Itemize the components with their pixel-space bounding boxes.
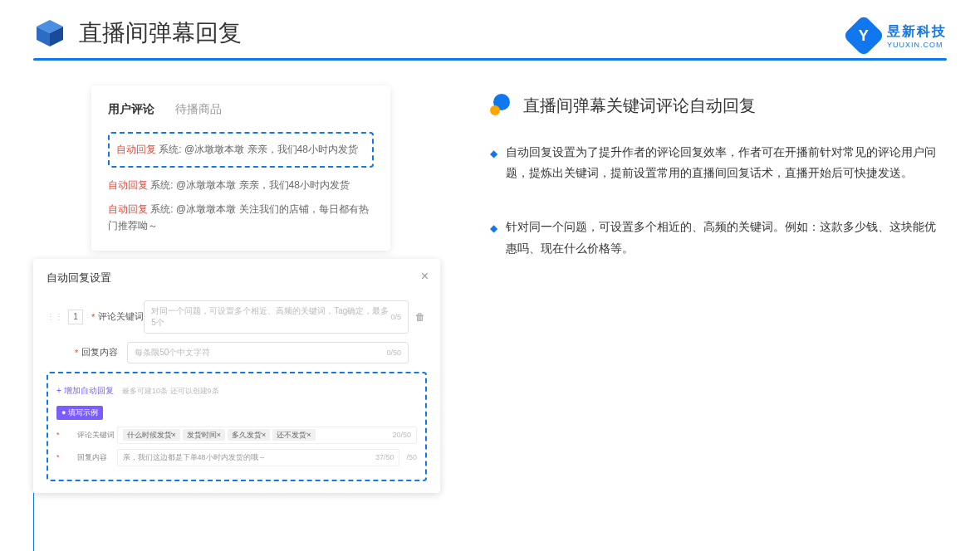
tab-comments[interactable]: 用户评论 <box>108 102 154 117</box>
keyword-input[interactable]: 对同一个问题，可设置多个相近、高频的关键词，Tag确定，最多5个0/5 <box>144 300 409 334</box>
comments-panel: 用户评论 待播商品 自动回复 系统: @冰墩墩本墩 亲亲，我们48小时内发货 自… <box>91 85 390 251</box>
comment-item: 自动回复 系统: @冰墩墩本墩 亲亲，我们48小时内发货 <box>108 178 374 193</box>
delete-icon[interactable]: 🗑 <box>415 311 427 323</box>
content-label: 回复内容 <box>81 346 127 358</box>
add-reply-link[interactable]: + 增加自动回复 <box>56 386 114 395</box>
diamond-icon: ◆ <box>490 220 497 258</box>
cube-icon <box>33 17 66 50</box>
brand-logo: Y 昱新科技 YUUXIN.COM <box>849 21 947 51</box>
example-badge: ● 填写示例 <box>56 406 103 420</box>
row-number: 1 <box>68 310 83 324</box>
connector-line <box>33 493 34 551</box>
highlighted-comment: 自动回复 系统: @冰墩墩本墩 亲亲，我们48小时内发货 <box>108 132 374 168</box>
modal-title: 自动回复设置 <box>47 271 427 285</box>
logo-en: YUUXIN.COM <box>887 41 947 49</box>
logo-icon: Y <box>843 15 885 57</box>
content-input[interactable]: 每条限50个中文字符0/50 <box>127 342 409 363</box>
auto-reply-tag: 自动回复 <box>116 144 156 155</box>
example-content-input: 亲，我们这边都是下单48小时内发货的哦～37/50 <box>117 449 400 466</box>
page-title: 直播间弹幕回复 <box>79 17 242 49</box>
logo-cn: 昱新科技 <box>887 23 947 41</box>
diamond-icon: ◆ <box>490 145 497 183</box>
section-title: 直播间弹幕关键词评论自动回复 <box>523 95 756 117</box>
bullet-point: ◆ 针对同一个问题，可设置多个相近的、高频的关键词。例如：这款多少钱、这块能优惠… <box>490 217 947 258</box>
keyword-label: 评论关键词 <box>98 310 144 323</box>
comment-bubble-icon <box>490 94 513 117</box>
bullet-point: ◆ 自动回复设置为了提升作者的评论回复效率，作者可在开播前针对常见的评论用户问题… <box>490 142 947 183</box>
example-keyword-input: 什么时候发货×发货时间×多久发货×还不发货× 20/50 <box>117 427 417 444</box>
tab-products[interactable]: 待播商品 <box>175 102 222 117</box>
example-section: + 增加自动回复 最多可建10条 还可以创建9条 ● 填写示例 *评论关键词 什… <box>47 372 427 481</box>
header-divider <box>33 58 947 61</box>
auto-reply-settings-modal: 自动回复设置 × ⋮⋮ 1 * 评论关键词 对同一个问题，可设置多个相近、高频的… <box>33 259 440 493</box>
close-icon[interactable]: × <box>421 269 429 284</box>
drag-handle-icon[interactable]: ⋮⋮ <box>47 312 63 321</box>
comment-item: 自动回复 系统: @冰墩墩本墩 关注我们的店铺，每日都有热门推荐呦～ <box>108 202 374 233</box>
